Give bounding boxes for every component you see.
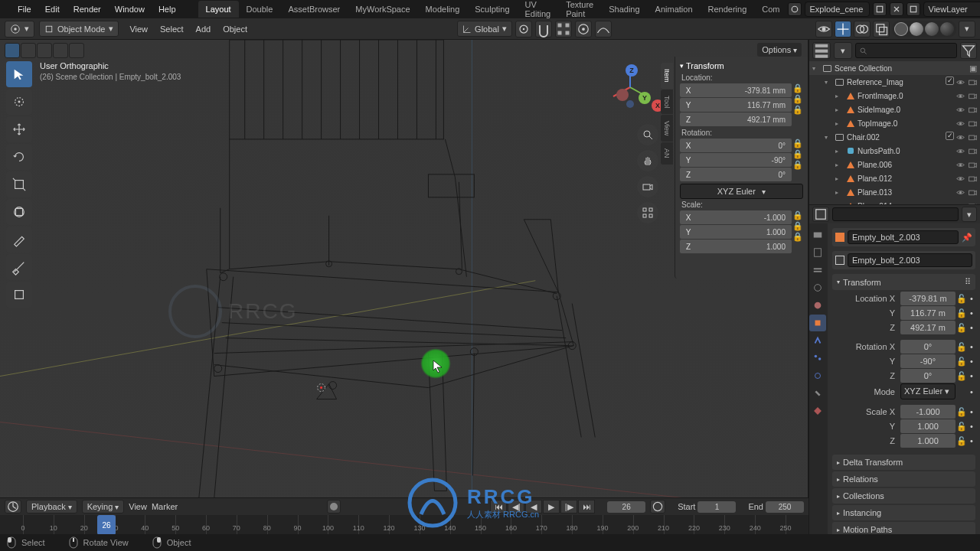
disclosure-icon[interactable]: ▸ [835,175,843,182]
lock-loc-y[interactable]: 🔒 [792,94,803,104]
timeline-marker[interactable]: Marker [152,502,178,511]
render-icon[interactable] [967,90,978,102]
keyframe-next[interactable]: |▶ [560,500,577,514]
scale-y-field[interactable]: Y1.000 [680,225,792,239]
jump-start[interactable]: ⏮ [490,500,507,514]
prop-loc-y[interactable]: 116.77 m [900,306,956,320]
outliner-scene[interactable]: ▾ Scene Collection ▣ [809,61,980,75]
play-reverse[interactable]: ◀ [525,500,542,514]
camera-icon[interactable]: ▣ [967,63,978,74]
outliner-display-mode[interactable]: ▾ [834,42,852,59]
tab-output[interactable] [809,244,826,261]
timeline-track[interactable]: 0102030405060708090100110120130140150160… [0,515,808,535]
workspace-double[interactable]: Double [239,1,281,18]
rotation-x-field[interactable]: X0° [680,139,792,152]
playhead[interactable]: 26 [97,515,116,535]
rotation-mode-select[interactable]: XYZ Euler ▾ [680,184,803,199]
properties-editor-type[interactable] [812,207,829,222]
scene-browse-icon[interactable] [788,2,802,16]
timeline-playback[interactable]: Playback ▾ [26,500,77,514]
disclosure-icon[interactable]: ▸ [835,161,843,168]
rotation-y-field[interactable]: Y-90° [680,153,792,167]
eye-icon[interactable] [955,173,966,184]
menu-object[interactable]: Object [217,21,253,37]
workspace-animation[interactable]: Animation [648,1,701,18]
visibility-dropdown[interactable] [815,21,832,37]
exclude-checkbox[interactable] [946,132,954,140]
outliner-row[interactable]: ▸FrontImage.0 [809,89,980,103]
prop-loc-x[interactable]: -379.81 m [900,292,956,305]
outliner-row[interactable]: ▸Plane.014 [809,199,980,205]
timeline-view[interactable]: View [129,502,147,511]
eye-icon[interactable] [955,159,966,171]
location-x-field[interactable]: X-379.81 mm [680,83,792,97]
workspace-texturepaint[interactable]: Texture Paint [558,0,601,22]
prop-rot-mode[interactable]: XYZ Euler ▾ [900,383,956,399]
outliner-row[interactable]: ▸Plane.006 [809,158,980,171]
timeline-keying[interactable]: Keying ▾ [82,500,125,514]
camera-icon[interactable] [637,176,658,197]
props-transform-header[interactable]: Transform⠿ [832,274,975,290]
prop-rot-z[interactable]: 0° [900,369,956,383]
outliner-row[interactable]: ▸Plane.013 [809,185,980,199]
eye-icon[interactable] [955,90,966,102]
workspace-overflow[interactable]: Com [754,1,787,18]
outliner-filter[interactable] [960,42,977,59]
preview-range[interactable] [650,500,665,514]
lock-scale-y[interactable]: 🔒 [792,221,803,231]
lock-rot-z[interactable]: 🔒 [792,160,803,170]
disclosure-icon[interactable]: ▸ [835,106,843,113]
tab-item[interactable]: Item [661,63,673,89]
menu-render[interactable]: Render [67,2,108,17]
outliner-row[interactable]: ▾Reference_Imag [809,75,980,89]
pivot-dropdown[interactable] [515,21,532,37]
snap-toggle[interactable] [535,21,552,37]
menu-file[interactable]: File [11,2,38,17]
props-collections[interactable]: Collections [832,488,975,504]
gizmo-z[interactable]: Z [626,64,638,77]
menu-window[interactable]: Window [108,2,152,17]
start-frame[interactable]: 1 [697,501,736,513]
props-relations[interactable]: Relations [832,471,975,487]
eye-icon[interactable] [955,145,966,157]
lock-loc-z[interactable]: 🔒 [792,105,803,115]
zoom-icon[interactable] [637,124,658,145]
shading-mode-group[interactable] [892,21,956,37]
disclosure-icon[interactable]: ▾ [825,79,832,86]
gizmo-toggle[interactable] [835,21,851,37]
lock-icon[interactable]: 🔓 [956,292,967,305]
shading-wireframe[interactable] [894,22,908,36]
menu-edit[interactable]: Edit [38,2,67,17]
workspace-modeling[interactable]: Modeling [418,1,468,18]
workspace-sculpting[interactable]: Sculpting [467,1,517,18]
lock-scale-z[interactable]: 🔒 [792,232,803,242]
prop-scale-x[interactable]: -1.000 [900,405,956,419]
shading-matpreview[interactable] [925,22,939,36]
eye-icon[interactable] [955,118,966,129]
gizmo-y[interactable]: Y [639,92,651,104]
lock-rot-x[interactable]: 🔒 [792,139,803,148]
outliner-editor-type[interactable] [812,42,831,59]
outliner-search[interactable] [855,43,957,58]
proportional-falloff[interactable] [595,21,612,37]
render-icon[interactable] [967,118,978,129]
disclosure-icon[interactable]: ▸ [835,93,843,99]
disclosure-icon[interactable]: ▾ [825,134,832,141]
prop-rot-x[interactable]: 0° [900,340,956,354]
timeline-editor-type[interactable] [5,500,21,514]
mode-dropdown[interactable]: Object Mode ▾ [39,21,119,37]
properties-search[interactable] [832,207,959,221]
viewlayer-browse-icon[interactable] [906,2,920,16]
lock-scale-x[interactable]: 🔒 [792,210,803,220]
tab-world[interactable] [809,297,826,314]
shading-solid[interactable] [910,22,923,36]
lock-loc-x[interactable]: 🔒 [792,83,803,93]
tab-particles[interactable] [809,350,826,367]
xray-toggle[interactable] [873,21,890,37]
scale-x-field[interactable]: X-1.000 [680,210,792,224]
tab-render[interactable] [809,227,826,243]
menu-select[interactable]: Select [154,21,190,37]
tab-modifiers[interactable] [809,332,826,349]
rotation-z-field[interactable]: Z0° [680,168,792,181]
scene-new-icon[interactable] [873,2,887,16]
